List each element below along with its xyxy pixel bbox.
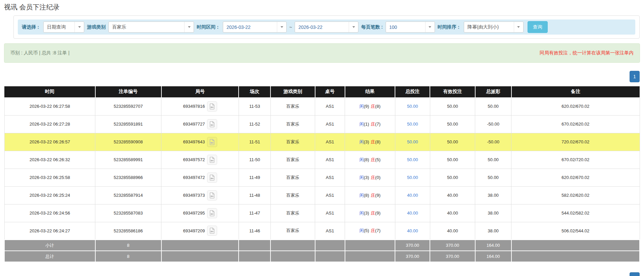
cell-round-id: 693497643 bbox=[161, 133, 239, 151]
cell-table-no: AS1 bbox=[315, 151, 345, 169]
column-header: 备注 bbox=[511, 86, 640, 97]
cell-time: 2026-03-22 06:24:56 bbox=[4, 204, 95, 222]
cell-valid-bet: 40.00 bbox=[430, 222, 475, 240]
cell-time: 2026-03-22 06:27:28 bbox=[4, 115, 95, 133]
chevron-down-icon[interactable] bbox=[75, 22, 84, 32]
result-banker-label: 庄 bbox=[371, 228, 375, 233]
chevron-down-icon[interactable] bbox=[277, 22, 286, 32]
result-player-label: 闲 bbox=[359, 139, 364, 144]
cell-time: 2026-03-22 06:25:24 bbox=[4, 186, 95, 204]
cell-table-no: AS1 bbox=[315, 186, 345, 204]
grand-total-label: 总计 bbox=[4, 251, 95, 262]
cell-remark: 582.02/620.02 bbox=[511, 186, 640, 204]
cell-result: 闲(8)庄(5) bbox=[345, 151, 395, 169]
subtotal-row: 小计 8 370.00 370.00 164.00 bbox=[4, 240, 640, 251]
game-type-label: 游戏类别 bbox=[87, 24, 106, 30]
result-player-score: (9) bbox=[364, 104, 369, 109]
table-row: 2026-03-22 06:27:58 523285592707 6934978… bbox=[4, 97, 640, 115]
video-replay-icon[interactable] bbox=[207, 173, 217, 183]
total-bet-link[interactable]: 40.00 bbox=[407, 211, 418, 216]
result-player-label: 闲 bbox=[359, 228, 364, 233]
total-bet-link[interactable]: 50.00 bbox=[407, 122, 418, 127]
cell-total-bet: 40.00 bbox=[395, 186, 430, 204]
cell-remark: 544.02/582.02 bbox=[511, 204, 640, 222]
video-replay-icon[interactable] bbox=[207, 208, 217, 218]
chevron-down-icon[interactable] bbox=[184, 22, 194, 32]
table-summary: 小计 8 370.00 370.00 164.00 总计 8 370.00 37… bbox=[4, 240, 640, 262]
subtotal-valid-bet: 370.00 bbox=[430, 240, 475, 251]
chevron-down-icon[interactable] bbox=[514, 22, 523, 32]
subtotal-total-bet: 370.00 bbox=[395, 240, 430, 251]
cell-session: 11-47 bbox=[239, 204, 270, 222]
notice-text: 同局有效投注，统一计算在该局第一张注单内 bbox=[540, 50, 634, 56]
cell-result: 闲(1)庄(7) bbox=[345, 115, 395, 133]
total-bet-link[interactable]: 50.00 bbox=[407, 157, 418, 162]
video-replay-icon[interactable] bbox=[207, 226, 217, 236]
page-size-value: 100 bbox=[386, 25, 425, 30]
column-header: 游戏类别 bbox=[270, 86, 315, 97]
date-to-picker[interactable]: 2026-03-22 bbox=[295, 21, 358, 33]
result-player-score: (3) bbox=[364, 211, 369, 216]
cell-result: 闲(5)庄(7) bbox=[345, 222, 395, 240]
cell-total-bet: 40.00 bbox=[395, 204, 430, 222]
video-replay-icon[interactable] bbox=[207, 190, 217, 200]
result-banker-label: 庄 bbox=[371, 122, 375, 127]
result-banker-score: (8) bbox=[375, 139, 381, 144]
cell-payout: 50.00 bbox=[475, 97, 511, 115]
cell-game-type: 百家乐 bbox=[270, 222, 315, 240]
cell-game-type: 百家乐 bbox=[270, 204, 315, 222]
result-banker-score: (7) bbox=[375, 122, 381, 127]
cell-time: 2026-03-22 06:26:57 bbox=[4, 133, 95, 151]
date-from-picker[interactable]: 2026-03-22 bbox=[223, 21, 287, 33]
chevron-down-icon[interactable] bbox=[349, 22, 358, 32]
cell-valid-bet: 50.00 bbox=[430, 133, 475, 151]
total-bet-link[interactable]: 50.00 bbox=[407, 175, 418, 180]
total-bet-link[interactable]: 50.00 bbox=[407, 139, 418, 144]
cell-session: 11-52 bbox=[239, 115, 270, 133]
page-size-select[interactable]: 100 bbox=[386, 21, 435, 33]
pagination-top: 1 bbox=[0, 71, 640, 82]
subtotal-count: 8 bbox=[95, 240, 161, 251]
filter-panel: 请选择： 日期查询 游戏类别 百家乐 时间区间： 2026-03-22 ~ 20… bbox=[13, 15, 640, 39]
result-player-score: (1) bbox=[364, 122, 369, 127]
round-id-text: 693497472 bbox=[183, 175, 205, 180]
cell-remark: 620.02/670.02 bbox=[511, 169, 640, 186]
video-replay-icon[interactable] bbox=[207, 101, 217, 111]
cell-bet-id: 523285591891 bbox=[95, 115, 161, 133]
video-replay-icon[interactable] bbox=[207, 155, 217, 165]
query-mode-select[interactable]: 日期查询 bbox=[43, 21, 84, 33]
cell-valid-bet: 40.00 bbox=[430, 186, 475, 204]
cell-remark: 506.02/544.02 bbox=[511, 222, 640, 240]
video-replay-icon[interactable] bbox=[207, 137, 217, 147]
game-type-select[interactable]: 百家乐 bbox=[108, 21, 194, 33]
cell-table-no: AS1 bbox=[315, 222, 345, 240]
page-1-button[interactable]: 1 bbox=[630, 71, 640, 82]
video-replay-icon[interactable] bbox=[207, 119, 217, 129]
result-banker-label: 庄 bbox=[371, 175, 375, 180]
cell-total-bet: 50.00 bbox=[395, 169, 430, 186]
table-body: 2026-03-22 06:27:58 523285592707 6934978… bbox=[4, 97, 640, 240]
grand-total-total-bet: 370.00 bbox=[395, 251, 430, 262]
cell-table-no: AS1 bbox=[315, 133, 345, 151]
cell-session: 11-49 bbox=[239, 169, 270, 186]
time-sort-select[interactable]: 降幂(由大到小) bbox=[464, 21, 524, 33]
cell-round-id: 693497727 bbox=[161, 115, 239, 133]
time-sort-label: 时间排序： bbox=[438, 24, 461, 30]
query-mode-label: 请选择： bbox=[22, 24, 41, 30]
result-banker-score: (8) bbox=[375, 104, 381, 109]
round-id-text: 693497727 bbox=[183, 122, 205, 127]
chevron-down-icon[interactable] bbox=[425, 22, 435, 32]
total-bet-link[interactable]: 40.00 bbox=[407, 193, 418, 198]
result-player-score: (3) bbox=[364, 175, 369, 180]
cell-bet-id: 523285587083 bbox=[95, 204, 161, 222]
search-button[interactable]: 查询 bbox=[528, 21, 548, 33]
cell-time: 2026-03-22 06:24:27 bbox=[4, 222, 95, 240]
cell-payout: -50.00 bbox=[475, 133, 511, 151]
filter-bar: 请选择： 日期查询 游戏类别 百家乐 时间区间： 2026-03-22 ~ 20… bbox=[18, 19, 635, 35]
total-bet-link[interactable]: 40.00 bbox=[407, 228, 418, 233]
total-bet-link[interactable]: 50.00 bbox=[407, 104, 418, 109]
cell-time: 2026-03-22 06:25:58 bbox=[4, 169, 95, 186]
page-1-button[interactable]: 1 bbox=[630, 272, 640, 276]
table-row: 2026-03-22 06:27:28 523285591891 6934977… bbox=[4, 115, 640, 133]
round-id-text: 693497373 bbox=[183, 193, 205, 198]
